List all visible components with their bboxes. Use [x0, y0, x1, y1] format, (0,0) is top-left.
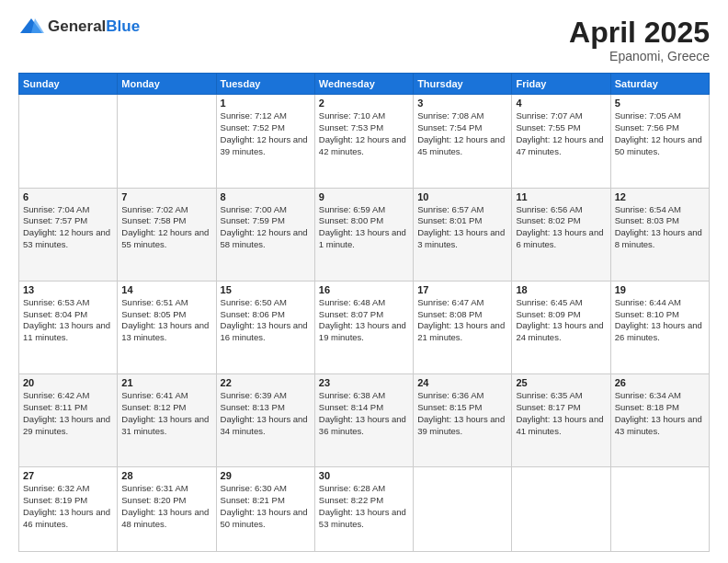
day-info: Sunrise: 6:42 AMSunset: 8:11 PMDaylight:…: [23, 390, 113, 437]
calendar-cell: 7Sunrise: 7:02 AMSunset: 7:58 PMDaylight…: [118, 188, 216, 281]
calendar-day-header: Thursday: [414, 74, 512, 95]
calendar-cell: [19, 95, 118, 188]
calendar-cell: 26Sunrise: 6:34 AMSunset: 8:18 PMDayligh…: [610, 374, 709, 467]
day-number: 2: [319, 98, 409, 109]
day-number: 10: [417, 191, 507, 202]
day-number: 17: [417, 284, 507, 295]
day-number: 20: [23, 377, 113, 388]
day-info: Sunrise: 6:45 AMSunset: 8:09 PMDaylight:…: [516, 297, 606, 344]
calendar-cell: 23Sunrise: 6:38 AMSunset: 8:14 PMDayligh…: [314, 374, 413, 467]
day-number: 3: [417, 98, 507, 109]
day-info: Sunrise: 7:12 AMSunset: 7:52 PMDaylight:…: [221, 110, 311, 157]
day-number: 4: [516, 98, 606, 109]
calendar-cell: 2Sunrise: 7:10 AMSunset: 7:53 PMDaylight…: [314, 95, 413, 188]
calendar-cell: [512, 467, 610, 552]
day-number: 22: [221, 377, 311, 388]
calendar-cell: 20Sunrise: 6:42 AMSunset: 8:11 PMDayligh…: [19, 374, 118, 467]
calendar-cell: [610, 467, 709, 552]
day-number: 12: [615, 191, 705, 202]
logo-general: General: [48, 17, 106, 35]
day-number: 21: [121, 377, 211, 388]
calendar-header-row: SundayMondayTuesdayWednesdayThursdayFrid…: [19, 74, 710, 95]
calendar-cell: 27Sunrise: 6:32 AMSunset: 8:19 PMDayligh…: [19, 467, 118, 552]
calendar-day-header: Friday: [512, 74, 610, 95]
day-info: Sunrise: 6:32 AMSunset: 8:19 PMDaylight:…: [23, 483, 113, 530]
day-info: Sunrise: 6:50 AMSunset: 8:06 PMDaylight:…: [221, 297, 311, 344]
day-number: 6: [23, 191, 113, 202]
day-info: Sunrise: 6:53 AMSunset: 8:04 PMDaylight:…: [23, 297, 113, 344]
calendar-cell: 30Sunrise: 6:28 AMSunset: 8:22 PMDayligh…: [314, 467, 413, 552]
calendar-cell: 10Sunrise: 6:57 AMSunset: 8:01 PMDayligh…: [414, 188, 512, 281]
calendar-cell: 29Sunrise: 6:30 AMSunset: 8:21 PMDayligh…: [216, 467, 314, 552]
calendar-cell: 11Sunrise: 6:56 AMSunset: 8:02 PMDayligh…: [512, 188, 610, 281]
calendar-day-header: Tuesday: [216, 74, 314, 95]
calendar-cell: 19Sunrise: 6:44 AMSunset: 8:10 PMDayligh…: [610, 281, 709, 373]
day-info: Sunrise: 7:02 AMSunset: 7:58 PMDaylight:…: [121, 204, 211, 251]
header: GeneralBlue April 2025 Epanomi, Greece: [18, 17, 710, 63]
calendar-week-row: 13Sunrise: 6:53 AMSunset: 8:04 PMDayligh…: [19, 281, 710, 373]
day-info: Sunrise: 6:31 AMSunset: 8:20 PMDaylight:…: [121, 483, 211, 530]
title-block: April 2025 Epanomi, Greece: [569, 17, 710, 63]
title-month: April 2025: [569, 17, 710, 49]
day-info: Sunrise: 6:30 AMSunset: 8:21 PMDaylight:…: [221, 483, 311, 530]
day-number: 27: [23, 470, 113, 481]
day-number: 9: [319, 191, 409, 202]
day-info: Sunrise: 6:36 AMSunset: 8:15 PMDaylight:…: [417, 390, 507, 437]
day-info: Sunrise: 6:35 AMSunset: 8:17 PMDaylight:…: [516, 390, 606, 437]
day-info: Sunrise: 6:54 AMSunset: 8:03 PMDaylight:…: [615, 204, 705, 251]
calendar-cell: 9Sunrise: 6:59 AMSunset: 8:00 PMDaylight…: [314, 188, 413, 281]
day-number: 25: [516, 377, 606, 388]
calendar-week-row: 20Sunrise: 6:42 AMSunset: 8:11 PMDayligh…: [19, 374, 710, 467]
day-number: 5: [615, 98, 705, 109]
day-info: Sunrise: 6:48 AMSunset: 8:07 PMDaylight:…: [319, 297, 409, 344]
calendar-cell: 28Sunrise: 6:31 AMSunset: 8:20 PMDayligh…: [118, 467, 216, 552]
day-info: Sunrise: 6:39 AMSunset: 8:13 PMDaylight:…: [221, 390, 311, 437]
day-info: Sunrise: 6:44 AMSunset: 8:10 PMDaylight:…: [615, 297, 705, 344]
day-number: 14: [121, 284, 211, 295]
day-number: 30: [319, 470, 409, 481]
calendar-week-row: 6Sunrise: 7:04 AMSunset: 7:57 PMDaylight…: [19, 188, 710, 281]
title-location: Epanomi, Greece: [569, 49, 710, 63]
calendar-table: SundayMondayTuesdayWednesdayThursdayFrid…: [18, 73, 710, 552]
calendar-cell: 3Sunrise: 7:08 AMSunset: 7:54 PMDaylight…: [414, 95, 512, 188]
logo: GeneralBlue: [18, 17, 140, 37]
calendar-cell: 17Sunrise: 6:47 AMSunset: 8:08 PMDayligh…: [414, 281, 512, 373]
svg-marker-1: [31, 18, 44, 33]
logo-text: GeneralBlue: [48, 17, 140, 36]
day-info: Sunrise: 7:00 AMSunset: 7:59 PMDaylight:…: [221, 204, 311, 251]
day-number: 24: [417, 377, 507, 388]
day-info: Sunrise: 6:38 AMSunset: 8:14 PMDaylight:…: [319, 390, 409, 437]
calendar-day-header: Saturday: [610, 74, 709, 95]
calendar-cell: 15Sunrise: 6:50 AMSunset: 8:06 PMDayligh…: [216, 281, 314, 373]
day-number: 19: [615, 284, 705, 295]
calendar-cell: 18Sunrise: 6:45 AMSunset: 8:09 PMDayligh…: [512, 281, 610, 373]
calendar-day-header: Monday: [118, 74, 216, 95]
calendar-cell: 21Sunrise: 6:41 AMSunset: 8:12 PMDayligh…: [118, 374, 216, 467]
logo-icon: [18, 17, 44, 37]
day-number: 7: [121, 191, 211, 202]
calendar-cell: 13Sunrise: 6:53 AMSunset: 8:04 PMDayligh…: [19, 281, 118, 373]
calendar-cell: 25Sunrise: 6:35 AMSunset: 8:17 PMDayligh…: [512, 374, 610, 467]
day-info: Sunrise: 6:57 AMSunset: 8:01 PMDaylight:…: [417, 204, 507, 251]
calendar-cell: 16Sunrise: 6:48 AMSunset: 8:07 PMDayligh…: [314, 281, 413, 373]
day-number: 23: [319, 377, 409, 388]
calendar-cell: 14Sunrise: 6:51 AMSunset: 8:05 PMDayligh…: [118, 281, 216, 373]
calendar-cell: 22Sunrise: 6:39 AMSunset: 8:13 PMDayligh…: [216, 374, 314, 467]
day-number: 28: [121, 470, 211, 481]
day-number: 18: [516, 284, 606, 295]
logo-blue: Blue: [106, 17, 140, 35]
day-info: Sunrise: 7:04 AMSunset: 7:57 PMDaylight:…: [23, 204, 113, 251]
calendar-week-row: 27Sunrise: 6:32 AMSunset: 8:19 PMDayligh…: [19, 467, 710, 552]
calendar-day-header: Wednesday: [314, 74, 413, 95]
day-info: Sunrise: 7:05 AMSunset: 7:56 PMDaylight:…: [615, 110, 705, 157]
calendar-cell: [414, 467, 512, 552]
day-info: Sunrise: 6:41 AMSunset: 8:12 PMDaylight:…: [121, 390, 211, 437]
calendar-cell: 6Sunrise: 7:04 AMSunset: 7:57 PMDaylight…: [19, 188, 118, 281]
day-number: 8: [221, 191, 311, 202]
day-number: 11: [516, 191, 606, 202]
day-number: 29: [221, 470, 311, 481]
day-number: 26: [615, 377, 705, 388]
day-info: Sunrise: 6:59 AMSunset: 8:00 PMDaylight:…: [319, 204, 409, 251]
day-number: 15: [221, 284, 311, 295]
calendar-cell: [118, 95, 216, 188]
